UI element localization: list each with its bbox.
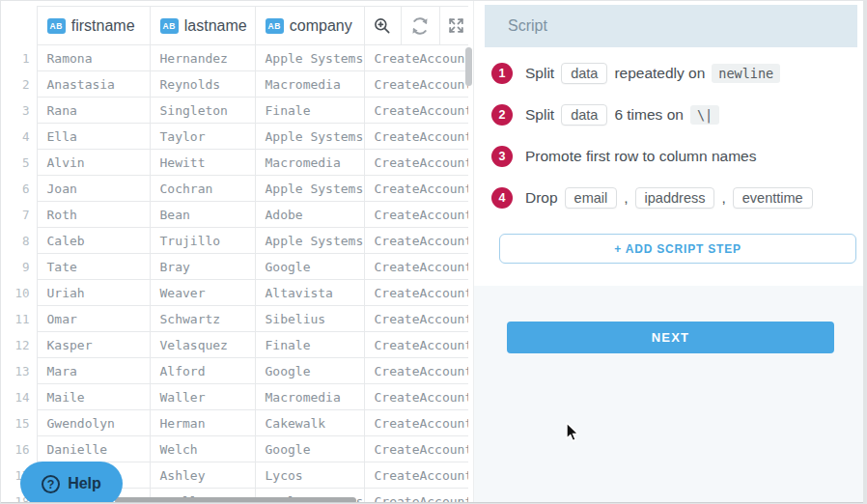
cell-lastname: Hernandez	[150, 45, 255, 71]
cell-company: Apple Systems	[255, 45, 364, 71]
cell-eventname: CreateAccount	[364, 150, 468, 176]
cell-lastname: Alford	[150, 358, 255, 384]
next-button[interactable]: NEXT	[507, 322, 834, 353]
script-step[interactable]: 1Splitdatarepeatedly onnewline	[491, 63, 865, 84]
cell-eventname: CreateAccount	[364, 254, 468, 280]
cell-firstname: Danielle	[37, 436, 150, 462]
table-row: 6 Joan Cochran Apple Systems CreateAccou…	[6, 176, 468, 202]
cell-lastname: Trujillo	[150, 228, 255, 254]
step-text: Drop	[525, 189, 558, 207]
script-step[interactable]: 3Promote first row to column names	[491, 146, 865, 167]
cell-eventname: CreateAccount	[364, 332, 468, 358]
step-content: Promote first row to column names	[525, 148, 756, 165]
table-row: 16 Danielle Welch Google CreateAccount	[6, 436, 468, 462]
table-row: 13 Mara Alford Google CreateAccount	[6, 358, 468, 384]
cell-company: Apple Systems	[255, 228, 364, 254]
cell-firstname: Maile	[37, 384, 150, 410]
column-header-lastname[interactable]: ABlastname	[150, 7, 255, 45]
help-button[interactable]: ? Help	[20, 462, 123, 504]
script-step[interactable]: 4Dropemail,ipaddress,eventtime	[491, 187, 865, 209]
cell-firstname: Gwendolyn	[37, 410, 150, 436]
cell-lastname: Taylor	[150, 124, 255, 150]
table-row: 7 Roth Bean Adobe CreateAccount	[6, 202, 468, 228]
table-row: 14 Maile Waller Macromedia CreateAccount	[6, 384, 468, 410]
column-header-firstname[interactable]: ABfirstname	[37, 7, 150, 45]
table-body: 1 Ramona Hernandez Apple Systems CreateA…	[6, 45, 468, 504]
cell-company: Altavista	[255, 280, 364, 306]
add-script-step-button[interactable]: + ADD SCRIPT STEP	[499, 234, 856, 264]
cell-company: Apple Systems	[255, 124, 364, 150]
column-chip: ipaddress	[635, 187, 715, 209]
cell-firstname: Uriah	[37, 280, 150, 306]
cell-lastname: Singleton	[150, 98, 255, 124]
column-name: company	[290, 17, 352, 34]
cell-eventname: CreateAccount	[364, 436, 468, 462]
cell-firstname: Kasper	[37, 332, 150, 358]
app-window: ABfirstname ABlastname ABcompany	[0, 0, 867, 504]
cell-lastname: Welch	[150, 436, 255, 462]
row-number-header	[6, 7, 37, 45]
table-row: 2 Anastasia Reynolds Macromedia CreateAc…	[6, 71, 468, 98]
step-number-badge: 2	[491, 104, 513, 126]
help-button-label: Help	[68, 475, 101, 492]
cell-firstname: Omar	[37, 306, 150, 332]
cell-eventname: CreateAccount	[364, 280, 468, 306]
cell-eventname: CreateAccount	[364, 228, 468, 254]
row-number: 14	[6, 384, 37, 410]
row-number: 9	[6, 254, 37, 280]
cell-company: Lycos	[255, 462, 364, 489]
table-row: 15 Gwendolyn Herman Cakewalk CreateAccou…	[6, 410, 468, 436]
step-content: Splitdata6 times on\|	[525, 104, 719, 126]
step-text: Split	[525, 106, 554, 124]
vertical-scrollbar[interactable]	[465, 47, 472, 86]
cell-company: Adobe	[255, 202, 364, 228]
cell-eventname: CreateAccount	[364, 124, 468, 150]
step-number-badge: 3	[491, 146, 513, 167]
cell-firstname: Joan	[37, 176, 150, 202]
step-text: repeatedly on	[614, 65, 705, 82]
pattern-chip: newline	[712, 64, 780, 83]
cell-company: Google	[255, 358, 364, 384]
refresh-icon	[409, 15, 431, 37]
column-header-company[interactable]: ABcompany	[255, 7, 364, 45]
row-number: 16	[6, 436, 37, 462]
panel-footer: NEXT	[474, 286, 865, 504]
row-number: 10	[6, 280, 37, 306]
data-grid: ABfirstname ABlastname ABcompany	[6, 6, 468, 504]
cell-company: Cakewalk	[255, 410, 364, 436]
refresh-button[interactable]	[401, 7, 439, 45]
script-step[interactable]: 2Splitdata6 times on\|	[491, 104, 865, 126]
cell-firstname: Mara	[37, 358, 150, 384]
row-number: 13	[6, 358, 37, 384]
cell-lastname: Schwartz	[150, 306, 255, 332]
column-chip: email	[565, 187, 618, 209]
step-text: 6 times on	[614, 106, 684, 124]
expand-fullscreen-icon	[447, 16, 465, 35]
mouse-cursor	[565, 422, 580, 443]
cell-lastname: Ashley	[150, 462, 255, 489]
cell-lastname: Bean	[150, 202, 255, 228]
cell-eventname: CreateAccount	[364, 358, 468, 384]
script-panel-title: Script	[508, 17, 547, 34]
row-number: 5	[6, 150, 37, 176]
cell-eventname: CreateAccount	[364, 410, 468, 436]
step-text: Promote first row to column names	[525, 148, 756, 165]
step-content: Dropemail,ipaddress,eventtime	[525, 187, 813, 209]
cell-eventname: CreateAccount	[364, 176, 468, 202]
step-text: Split	[525, 65, 554, 82]
search-button[interactable]	[364, 7, 401, 45]
column-type-badge: AB	[160, 18, 179, 34]
expand-button[interactable]	[439, 7, 468, 45]
cell-firstname: Roth	[37, 202, 150, 228]
data-preview-table: ABfirstname ABlastname ABcompany	[6, 6, 468, 504]
cell-company: Macromedia	[255, 150, 364, 176]
window-bottom-edge	[1, 502, 866, 503]
cell-firstname: Rana	[37, 98, 150, 124]
cell-lastname: Herman	[150, 410, 255, 436]
column-chip: data	[561, 104, 607, 126]
cell-firstname: Ramona	[37, 45, 150, 71]
row-number: 2	[6, 71, 37, 98]
step-number-badge: 1	[491, 63, 513, 84]
cell-lastname: Cochran	[150, 176, 255, 202]
cell-company: Google	[255, 254, 364, 280]
